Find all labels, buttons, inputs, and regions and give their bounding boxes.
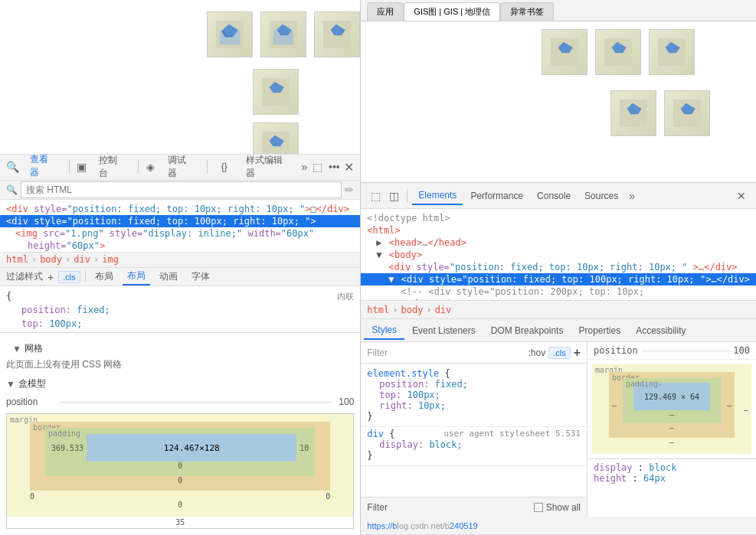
html-row-doctype[interactable]: <!doctype html>	[361, 212, 756, 224]
tab-styles[interactable]: Styles	[364, 321, 404, 340]
filter-plus-icon[interactable]: +	[574, 346, 581, 360]
padding-label: padding	[48, 429, 80, 438]
breadcrumb-right-body[interactable]: body	[401, 305, 423, 315]
html-row-comment[interactable]: <!-- <div style="position: 200px; top: 1…	[361, 285, 756, 298]
styles-content-right: element.style { position: fixed; top: 10…	[361, 364, 587, 497]
tab-properties[interactable]: Properties	[571, 322, 628, 339]
main-container: 🔍 查看器 ▣ 控制台 ◈ 调试器 {} 样式编辑器 » ⬚ ••• ✕ 🔍 ✏	[0, 0, 756, 535]
filter-add-icon[interactable]: +	[47, 271, 54, 283]
filter-label: 过滤样式	[6, 270, 43, 283]
breadcrumb-right-div[interactable]: div	[435, 305, 452, 315]
html-row-4[interactable]: height="60px">	[0, 240, 360, 252]
breadcrumb-right-html[interactable]: html	[367, 305, 389, 315]
inline-label: 内联	[337, 291, 354, 302]
padding-outer-r: padding- 129.469 × 64 –	[623, 378, 721, 423]
more-tabs-icon[interactable]: »	[302, 161, 308, 173]
dock-icon[interactable]: ⬚	[310, 160, 324, 174]
tab-style-editor-label[interactable]: 样式编辑器	[238, 151, 296, 183]
map-icon-r2	[595, 29, 641, 75]
filter-hov-btn[interactable]: :hov	[528, 347, 545, 358]
tab-event-listeners[interactable]: Event Listeners	[404, 322, 483, 339]
sep2	[138, 160, 139, 174]
overflow-icon[interactable]: •••	[327, 160, 341, 174]
html-row-div2[interactable]: ▼ <div style="position: fixed; top: 100p…	[361, 273, 756, 285]
html-row-head[interactable]: ▶ <head>…</head>	[361, 237, 756, 249]
device-icon[interactable]: ◫	[385, 188, 402, 204]
tab-dom-breakpoints[interactable]: DOM Breakpoints	[483, 322, 571, 339]
grid-title: 网格	[25, 342, 43, 355]
debug-icon[interactable]: ◈	[145, 160, 157, 174]
html-row-1[interactable]: <div style="position: fixed; top: 10px; …	[0, 203, 360, 215]
tab-debugger[interactable]: 调试器	[160, 151, 201, 183]
browser-tab-bookmark[interactable]: 异常书签	[500, 2, 554, 21]
tab-accessibility[interactable]: Accessibility	[628, 322, 693, 339]
prop-display-val: block	[649, 462, 676, 473]
breadcrumb-div[interactable]: div	[74, 254, 90, 265]
html-row-html[interactable]: <html>	[361, 224, 756, 237]
tab-console-r[interactable]: Console	[531, 188, 577, 204]
close-right-icon[interactable]: ✕	[733, 188, 750, 204]
map-icon-3	[314, 11, 360, 57]
filter-tab-font[interactable]: 字体	[187, 269, 214, 285]
margin-right-r: –	[744, 405, 748, 413]
box-model-header[interactable]: ▼ 盒模型	[0, 374, 360, 393]
more-tabs-right-icon[interactable]: »	[629, 190, 635, 202]
breadcrumb-img[interactable]: img	[102, 254, 119, 265]
filter-cls-btn[interactable]: .cls	[58, 271, 80, 283]
filter-cls-right-btn[interactable]: .cls	[548, 347, 571, 359]
search-input[interactable]	[21, 181, 342, 198]
html-row-3[interactable]: <img src="1.png" style="display: inline;…	[0, 227, 360, 240]
tab-performance[interactable]: Performance	[464, 188, 529, 204]
position-label: position	[6, 396, 52, 407]
html-row-body[interactable]: ▼ <body>	[361, 249, 756, 261]
url-bar: https://b log.csdn.net/b 240519	[361, 517, 756, 535]
show-all-checkbox[interactable]	[534, 503, 543, 512]
content-size: 124.467×128	[164, 443, 220, 453]
div-selector-row: div { user agent stylesheet 5.531	[367, 429, 581, 439]
filter-tab-computed[interactable]: 布局	[123, 268, 150, 285]
properties-section-right: display : block height : 64px	[587, 458, 756, 487]
tab-elements[interactable]: Elements	[412, 187, 463, 205]
devtools-toolbar-left: 🔍 查看器 ▣ 控制台 ◈ 调试器 {} 样式编辑器 » ⬚ ••• ✕	[0, 155, 360, 181]
margin-right-val: 0	[326, 492, 330, 501]
console-box-icon[interactable]: ▣	[76, 160, 88, 174]
browser-tab-app[interactable]: 应用	[367, 2, 404, 21]
user-agent-comment: user agent stylesheet 5.531	[443, 429, 581, 439]
close-brace-r: }	[367, 411, 581, 422]
tab-inspector[interactable]: 查看器	[22, 150, 63, 184]
show-all-label[interactable]: Show all	[534, 502, 581, 513]
styles-column: Filter :hov .cls + element.style {	[361, 342, 587, 517]
numbers-row: 369.533 124.467×128 10	[51, 434, 309, 462]
tab-style-editor[interactable]: {}	[214, 158, 235, 175]
browser-tab-gis[interactable]: GIS图 | GIS | 地理信	[404, 2, 500, 21]
box-diagram-right: margin – – border – – padding-	[587, 360, 756, 458]
inspect-icon[interactable]: 🔍	[6, 160, 19, 174]
bottom-num: 35	[7, 517, 353, 528]
tab-sources[interactable]: Sources	[578, 188, 624, 204]
box-position-row: position 100	[0, 393, 360, 410]
margin-sides: 0 0	[30, 492, 330, 501]
html-row-div1[interactable]: <div style="position: fixed; top: 10px; …	[361, 261, 756, 273]
breadcrumb-html[interactable]: html	[6, 254, 28, 265]
grid-section-header[interactable]: ▼ 网格	[6, 339, 354, 358]
padding-label-r: padding-	[626, 380, 663, 388]
edit-icon[interactable]: ✏	[345, 184, 354, 196]
prop-position-r: position: fixed;	[367, 379, 581, 390]
tab-console[interactable]: 控制台	[91, 151, 132, 183]
filter-text: Filter	[367, 347, 388, 358]
filter-tab-animation[interactable]: 动画	[155, 269, 182, 285]
browser-content-right	[361, 21, 756, 182]
filter-tabs-left: 过滤样式 + .cls 布局 布局 动画 字体	[0, 268, 360, 286]
filter-tab-layout[interactable]: 布局	[90, 269, 118, 285]
pos-label-right: position	[594, 345, 640, 356]
right-panel: 应用 GIS图 | GIS | 地理信 异常书签	[361, 0, 756, 535]
margin-left-val: 0	[30, 492, 34, 501]
html-row-2[interactable]: <div style="position: fixed; top: 100px;…	[0, 215, 360, 227]
chevron-right-icon: ▼	[12, 344, 21, 354]
filter-input-right[interactable]	[391, 347, 525, 358]
inspect-cursor-icon[interactable]: ⬚	[367, 188, 384, 204]
padding-box: padding 369.533 124.467×128 10 0	[45, 428, 315, 476]
close-devtools-button[interactable]: ✕	[344, 160, 354, 175]
breadcrumb-body[interactable]: body	[40, 254, 62, 265]
border-box: border padding 369.533 124.467×128	[30, 422, 330, 491]
